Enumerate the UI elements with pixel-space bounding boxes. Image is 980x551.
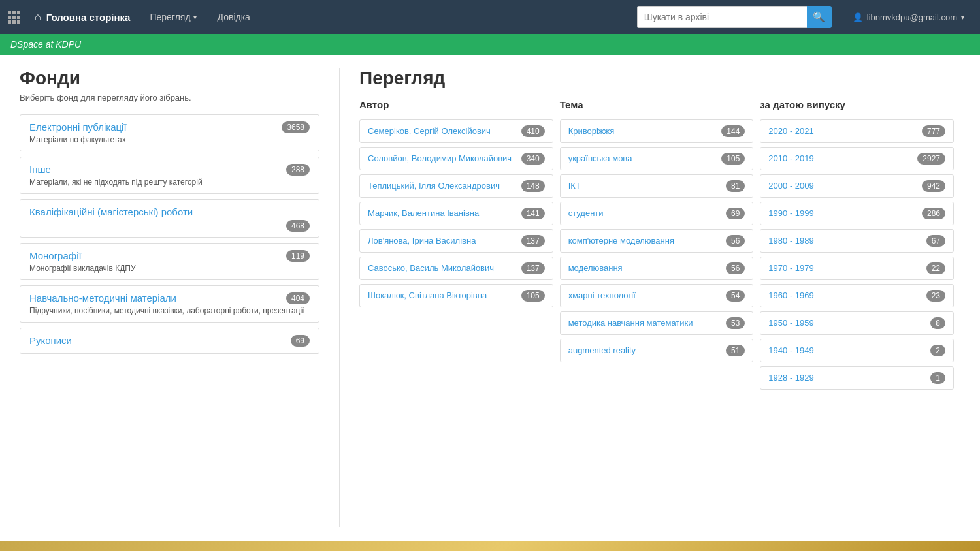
browse-item-badge: 105 <box>521 290 545 302</box>
browse-item-badge: 942 <box>922 180 945 192</box>
browse-item: ІКТ 81 <box>560 174 754 198</box>
browse-item: 1980 - 1989 67 <box>760 229 954 253</box>
fund-link[interactable]: Кваліфікаційні (магістерські) роботи <box>29 206 310 217</box>
browse-item: 1928 - 1929 1 <box>760 366 954 390</box>
home-link[interactable]: ⌂ Головна сторінка <box>28 7 137 27</box>
browse-item: 2020 - 2021 777 <box>760 119 954 143</box>
browse-item: моделювання 56 <box>560 257 754 280</box>
funds-list: Електронні публікації 3658 Матеріали по … <box>20 114 319 354</box>
browse-item-link[interactable]: Лов'янова, Ірина Василівна <box>368 236 517 247</box>
browse-item-badge: 53 <box>726 317 745 329</box>
browse-item: 2000 - 2009 942 <box>760 174 954 198</box>
browse-item-badge: 69 <box>726 208 745 219</box>
browse-item-link[interactable]: 1960 - 1969 <box>768 291 922 302</box>
browse-item: 1950 - 1959 8 <box>760 311 954 335</box>
browse-item-link[interactable]: augmented reality <box>568 345 722 356</box>
browse-item-badge: 141 <box>521 208 545 219</box>
fund-item-header: Монографії 119 <box>29 250 310 262</box>
browse-item-link[interactable]: 2010 - 2019 <box>768 153 913 165</box>
browse-item: українська мова 105 <box>560 147 754 170</box>
browse-nav-link[interactable]: Перегляд ▾ <box>142 8 204 26</box>
user-chevron-icon: ▾ <box>961 14 964 21</box>
browse-item-link[interactable]: 1970 - 1979 <box>768 263 922 274</box>
browse-item-badge: 410 <box>521 125 545 137</box>
browse-item-link[interactable]: Соловйов, Володимир Миколайович <box>368 153 517 165</box>
fund-desc: Монографії викладачів КДПУ <box>29 264 310 273</box>
browse-item-link[interactable]: 1940 - 1949 <box>768 345 926 356</box>
browse-item-link[interactable]: 2000 - 2009 <box>768 181 918 192</box>
browse-item-badge: 22 <box>926 262 945 274</box>
fund-badge: 3658 <box>282 121 310 133</box>
browse-panel: Перегляд Автор Семеріков, Сергій Олексій… <box>340 68 960 527</box>
fund-badge: 468 <box>286 220 310 232</box>
browse-item: комп'ютерне моделювання 56 <box>560 229 754 253</box>
fund-badge: 119 <box>286 250 310 262</box>
browse-item-badge: 51 <box>726 345 745 356</box>
browse-item: Криворіжжя 144 <box>560 119 754 143</box>
bottom-decorative-area <box>0 541 980 551</box>
browse-item-link[interactable]: 1980 - 1989 <box>768 236 922 247</box>
fund-item: Монографії 119 Монографії викладачів КДП… <box>20 243 319 280</box>
fund-link[interactable]: Електронні публікації <box>29 121 276 133</box>
browse-item-link[interactable]: 1950 - 1959 <box>768 318 926 329</box>
fund-link[interactable]: Монографії <box>29 250 281 261</box>
browse-item-link[interactable]: Марчик, Валентина Іванівна <box>368 208 517 219</box>
column-header: Автор <box>359 99 553 113</box>
fund-desc: Підручники, посібники, методичні вказівк… <box>29 306 310 315</box>
browse-item-link[interactable]: українська мова <box>568 153 718 165</box>
browse-item-link[interactable]: 1928 - 1929 <box>768 373 926 384</box>
browse-item-badge: 777 <box>922 125 945 137</box>
browse-item-link[interactable]: ІКТ <box>568 181 722 192</box>
fund-item-header: Електронні публікації 3658 <box>29 121 310 133</box>
chevron-down-icon: ▾ <box>193 14 197 21</box>
fund-item-header: Рукописи 69 <box>29 335 310 347</box>
browse-column: за датою випуску 2020 - 2021 777 2010 - … <box>760 99 960 394</box>
help-nav-link[interactable]: Довідка <box>210 8 258 26</box>
funds-subtitle: Виберіть фонд для перегляду його зібрань… <box>20 93 319 102</box>
funds-title: Фонди <box>20 68 319 89</box>
browse-item-link[interactable]: Савосько, Василь Миколайович <box>368 263 517 274</box>
browse-item-link[interactable]: хмарні технології <box>568 291 722 302</box>
browse-item: 1970 - 1979 22 <box>760 257 954 280</box>
browse-item-link[interactable]: моделювання <box>568 263 722 274</box>
browse-item-badge: 148 <box>521 180 545 192</box>
user-menu[interactable]: 👤 libnmvkdpu@gmail.com ▾ <box>845 8 972 26</box>
browse-item: Савосько, Василь Миколайович 137 <box>359 257 553 280</box>
fund-badge-area: 468 <box>29 220 310 230</box>
browse-item-link[interactable]: Семеріков, Сергій Олексійович <box>368 126 517 137</box>
browse-item-link[interactable]: студенти <box>568 208 722 219</box>
search-input[interactable] <box>637 6 807 28</box>
home-label: Головна сторінка <box>46 12 131 23</box>
browse-item-badge: 2927 <box>917 153 945 165</box>
banner: DSpace at KDPU <box>0 34 980 55</box>
search-button[interactable]: 🔍 <box>807 6 832 28</box>
browse-item-link[interactable]: Шокалюк, Світлана Вікторівна <box>368 291 517 302</box>
browse-item-badge: 286 <box>922 208 945 219</box>
browse-item-link[interactable]: Теплицький, Ілля Олександрович <box>368 181 517 192</box>
browse-item-link[interactable]: 1990 - 1999 <box>768 208 918 219</box>
fund-link[interactable]: Інше <box>29 164 281 175</box>
browse-title: Перегляд <box>359 68 960 89</box>
browse-item-link[interactable]: 2020 - 2021 <box>768 126 918 137</box>
browse-item-badge: 137 <box>521 235 545 247</box>
browse-item-badge: 137 <box>521 262 545 274</box>
browse-item-link[interactable]: комп'ютерне моделювання <box>568 236 722 247</box>
column-header: за датою випуску <box>760 99 954 113</box>
search-icon: 🔍 <box>813 11 825 23</box>
browse-item-link[interactable]: методика навчання математики <box>568 318 722 329</box>
fund-link[interactable]: Навчально-методичні матеріали <box>29 292 281 304</box>
browse-item-link[interactable]: Криворіжжя <box>568 126 718 137</box>
browse-item: 1960 - 1969 23 <box>760 284 954 307</box>
fund-link[interactable]: Рукописи <box>29 335 286 346</box>
browse-columns: Автор Семеріков, Сергій Олексійович 410 … <box>359 99 960 394</box>
browse-item: студенти 69 <box>560 202 754 225</box>
browse-item-badge: 54 <box>726 290 745 302</box>
fund-item-header: Інше 288 <box>29 164 310 176</box>
browse-item: Теплицький, Ілля Олександрович 148 <box>359 174 553 198</box>
browse-item-badge: 340 <box>521 153 545 165</box>
browse-item: Соловйов, Володимир Миколайович 340 <box>359 147 553 170</box>
browse-item-badge: 67 <box>926 235 945 247</box>
browse-item: Семеріков, Сергій Олексійович 410 <box>359 119 553 143</box>
browse-item: Лов'янова, Ірина Василівна 137 <box>359 229 553 253</box>
browse-item-badge: 144 <box>721 125 745 137</box>
